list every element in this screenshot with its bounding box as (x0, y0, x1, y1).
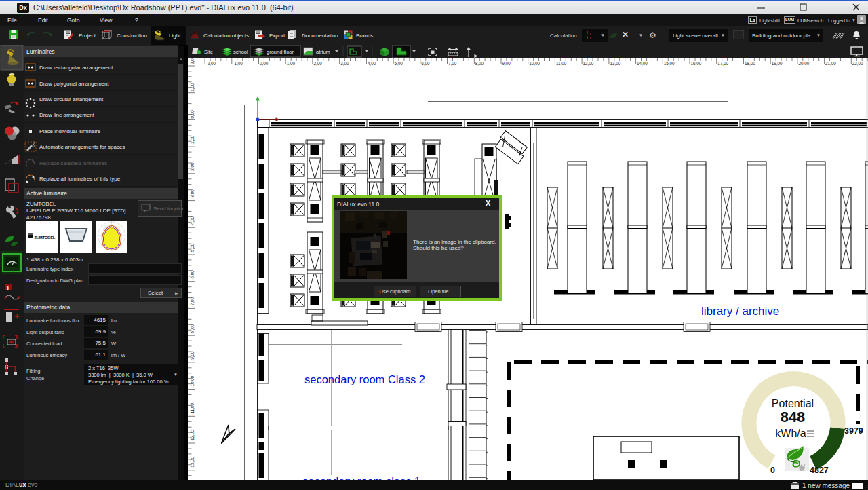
svg-text:-11,00: -11,00 (190, 402, 195, 415)
svg-text:0,00: 0,00 (190, 110, 195, 119)
svg-text:school: school (233, 49, 248, 55)
svg-text:-1,00: -1,00 (233, 61, 243, 66)
svg-text:2,00: 2,00 (190, 58, 195, 64)
svg-text:-8,00: -8,00 (190, 324, 195, 334)
svg-text:-7,00: -7,00 (190, 297, 195, 307)
svg-text:-1,00: -1,00 (190, 135, 195, 145)
svg-text:1,00: 1,00 (287, 61, 296, 66)
svg-text:-12,00: -12,00 (190, 430, 195, 442)
svg-text:6,00: 6,00 (421, 61, 430, 66)
svg-text:-9,00: -9,00 (190, 351, 195, 361)
svg-text:Potential: Potential (772, 398, 814, 409)
svg-text:848: 848 (781, 409, 806, 426)
svg-text:-10,00: -10,00 (190, 375, 195, 388)
svg-text:8,00: 8,00 (475, 61, 484, 66)
svg-text:18,00: 18,00 (745, 61, 755, 66)
svg-text:library / archive: library / archive (701, 305, 779, 318)
svg-text:21,00: 21,00 (825, 61, 836, 66)
svg-text:ZUMTOBEL: ZUMTOBEL (35, 235, 56, 240)
svg-text:-4,00: -4,00 (190, 216, 195, 226)
svg-text:1,00: 1,00 (190, 83, 195, 92)
svg-text:2,00: 2,00 (313, 61, 322, 66)
svg-text:20,00: 20,00 (798, 61, 809, 66)
svg-text:12,00: 12,00 (583, 61, 594, 66)
svg-text:-3,00: -3,00 (190, 189, 195, 200)
svg-text:7,00: 7,00 (448, 61, 457, 66)
svg-text:secondary room class 1: secondary room class 1 (302, 475, 420, 480)
svg-text:4827: 4827 (810, 466, 829, 475)
svg-text:ground floor: ground floor (267, 49, 294, 55)
svg-text:Site: Site (204, 49, 213, 55)
svg-text:-6,00: -6,00 (190, 270, 195, 280)
svg-text:-2,00: -2,00 (190, 162, 195, 172)
svg-text:10,00: 10,00 (529, 61, 540, 66)
svg-text:4,00: 4,00 (368, 61, 376, 66)
svg-text:-13,00: -13,00 (190, 456, 195, 468)
svg-text:5,00: 5,00 (395, 61, 403, 66)
svg-text:3979: 3979 (844, 426, 863, 436)
svg-text:-2,00: -2,00 (206, 61, 216, 66)
svg-text:19,00: 19,00 (772, 61, 783, 66)
svg-text:15,00: 15,00 (664, 61, 675, 66)
svg-text:17,00: 17,00 (717, 61, 728, 66)
svg-text:14,00: 14,00 (637, 61, 648, 66)
svg-text:kWh/a: kWh/a (775, 428, 806, 439)
svg-text:9,00: 9,00 (502, 61, 511, 66)
svg-text:0,00: 0,00 (260, 61, 269, 66)
svg-text:13,00: 13,00 (610, 61, 620, 66)
svg-text:secondary room Class 2: secondary room Class 2 (304, 373, 425, 385)
svg-text:T: T (6, 284, 10, 291)
svg-text:3,00: 3,00 (340, 61, 349, 66)
svg-text:11,00: 11,00 (556, 61, 567, 66)
svg-text:0: 0 (770, 466, 775, 475)
svg-text:16,00: 16,00 (691, 61, 702, 66)
svg-text:22,00: 22,00 (852, 61, 863, 66)
svg-text:atrium: atrium (316, 49, 330, 55)
svg-text:-5,00: -5,00 (190, 243, 195, 253)
